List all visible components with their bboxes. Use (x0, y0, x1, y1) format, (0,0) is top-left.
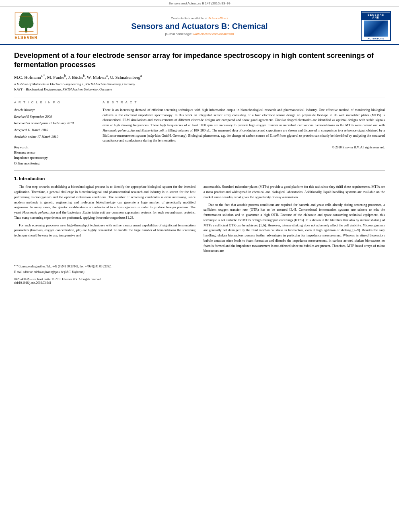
corresponding-author-note: * * Corresponding author. Tel.: +49 (0)2… (14, 265, 385, 269)
info-abstract-section: A R T I C L E I N F O Article history: R… (14, 101, 385, 166)
sensors-logo-top-text: SENSORSAND (362, 12, 390, 20)
elsevier-logo: ELSEVIER (8, 12, 44, 40)
doi-line: doi:10.1016/j.snb.2010.03.041 (14, 281, 385, 285)
keywords-label: Keywords: (14, 145, 95, 149)
homepage-prefix: journal homepage: (165, 32, 193, 36)
elsevier-wordmark: ELSEVIER (14, 35, 37, 40)
page-wrapper: Sensors and Actuators B 147 (2010) 93–99 (0, 0, 399, 532)
sensors-logo-bottom-text: ACTUATORS (368, 37, 385, 40)
divider-1 (14, 97, 385, 97)
authors-line: M.C. Hofmanna,*, M. Funkeb, J. Büchsb, W… (14, 74, 385, 80)
keyword-2: Impedance spectroscopy (14, 155, 95, 161)
email-value[interactable]: mirko.hofmann@gmx.de (M.C. Hofmann). (34, 270, 85, 274)
footer-bottom: 0925-4005/$ – see front matter © 2010 El… (14, 277, 385, 285)
accepted-date: Accepted 11 March 2010 (14, 127, 95, 133)
elsevier-logo-container: ELSEVIER (8, 12, 44, 40)
svg-point-5 (26, 19, 33, 28)
keyword-3: Online monitoring (14, 161, 95, 166)
email-label: E-mail address: (14, 270, 33, 274)
divider-2 (14, 170, 385, 170)
intro-para-4: Due to the fact that aerobic process con… (204, 202, 385, 254)
footer-section: * * Corresponding author. Tel.: +49 (0)2… (14, 262, 385, 285)
introduction-section: 1. Introduction The first step towards e… (14, 176, 385, 256)
article-history-label: Article history: (14, 107, 95, 113)
sciencedirect-link[interactable]: ScienceDirect (208, 16, 228, 20)
journal-name: Sensors and Actuators B: Chemical (44, 22, 355, 31)
email-note: E-mail address: mirko.hofmann@gmx.de (M.… (14, 270, 385, 275)
elsevier-tree-icon (14, 12, 38, 35)
sciencedirect-line: Contents lists available at ScienceDirec… (44, 16, 355, 20)
copyright-line: © 2010 Elsevier B.V. All rights reserved… (103, 146, 385, 149)
intro-para-1: The first step towards establishing a bi… (14, 184, 195, 220)
revised-date: Received in revised form 27 February 201… (14, 121, 95, 126)
svg-point-4 (19, 19, 26, 28)
abstract-col: A B S T R A C T There is an increasing d… (103, 101, 385, 166)
intro-section-title: 1. Introduction (14, 176, 385, 181)
available-date: Available online 17 March 2010 (14, 134, 95, 140)
intro-right-col: automatable. Standard microtiter plates … (204, 184, 385, 256)
issn-line: 0925-4005/$ – see front matter © 2010 El… (14, 277, 385, 281)
affiliation-2: b AVT – Biochemical Engineering, RWTH Aa… (14, 87, 385, 92)
received-date: Received 5 September 2009 (14, 114, 95, 119)
sensors-logo-container: SENSORSAND ACTUATORS (355, 11, 391, 41)
homepage-link[interactable]: www.elsevier.com/locate/snb (193, 32, 234, 36)
corresponding-author-text: * Corresponding author. Tel.: +49 (0)241… (16, 265, 111, 268)
intro-para-3: automatable. Standard microtiter plates … (204, 184, 385, 199)
journal-header: ELSEVIER Contents lists available at Sci… (0, 7, 399, 45)
article-info-label: A R T I C L E I N F O (14, 101, 95, 104)
journal-homepage: journal homepage: www.elsevier.com/locat… (44, 32, 355, 36)
keyword-1: Biomass sensor (14, 150, 95, 156)
abstract-label: A B S T R A C T (103, 101, 385, 104)
affiliations: a Institute of Materials in Electrical E… (14, 82, 385, 92)
journal-citation: Sensors and Actuators B 147 (2010) 93–99 (169, 2, 230, 5)
main-content: Development of a four electrode sensor a… (0, 45, 399, 291)
sensors-logo-image (364, 21, 388, 37)
article-title: Development of a four electrode sensor a… (14, 51, 385, 70)
journal-title-center: Contents lists available at ScienceDirec… (44, 16, 355, 36)
intro-left-col: The first step towards establishing a bi… (14, 184, 195, 256)
article-info-col: A R T I C L E I N F O Article history: R… (14, 101, 95, 166)
abstract-text: There is an increasing demand of efficie… (103, 107, 385, 143)
intro-body-columns: The first step towards establishing a bi… (14, 184, 385, 256)
top-bar: Sensors and Actuators B 147 (2010) 93–99 (0, 0, 399, 7)
affiliation-1: a Institute of Materials in Electrical E… (14, 82, 385, 87)
sensors-logo: SENSORSAND ACTUATORS (361, 11, 391, 41)
sciencedirect-prefix: Contents lists available at (171, 16, 208, 20)
intro-para-2: For such screening processes new high-th… (14, 223, 195, 238)
